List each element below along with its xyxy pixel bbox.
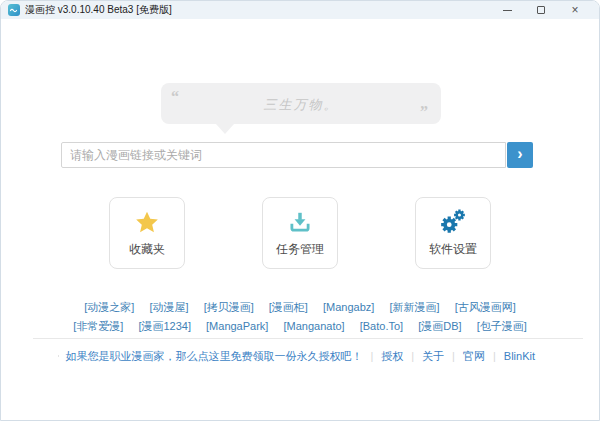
site-link-manhuadb[interactable]: [漫画DB] — [418, 319, 461, 334]
app-logo-icon[interactable] — [8, 4, 20, 16]
close-quote-icon: ” — [420, 104, 428, 120]
footer-divider — [33, 338, 583, 339]
favorites-label: 收藏夹 — [129, 241, 165, 258]
footer-bar: 如果您是职业漫画家，那么点这里免费领取一份永久授权吧！ | 授权 | 关于 | … — [58, 347, 535, 365]
search-go-button[interactable]: › — [507, 142, 533, 168]
site-link-manhua1234[interactable]: [漫画1234] — [138, 319, 191, 334]
site-link-xinxin[interactable]: [新新漫画] — [389, 300, 439, 315]
quote-bubble: “ 三生万物。 ” — [161, 83, 441, 124]
site-link-mangabz[interactable]: [Mangabz] — [323, 301, 374, 313]
site-link-mangapark[interactable]: [MangaPark] — [206, 320, 268, 332]
minimize-button[interactable] — [490, 2, 524, 18]
star-icon — [134, 202, 160, 241]
site-link-feichangaiman[interactable]: [非常爱漫] — [73, 319, 123, 334]
maximize-button[interactable] — [524, 2, 558, 18]
settings-card[interactable]: 软件设置 — [415, 197, 491, 269]
download-tray-icon — [287, 202, 313, 241]
close-button[interactable]: × — [558, 2, 592, 18]
site-link-baozimanhua[interactable]: [包子漫画] — [477, 319, 527, 334]
footer-separator: | — [452, 350, 455, 362]
footer-separator: | — [493, 350, 496, 362]
open-quote-icon: “ — [171, 89, 179, 105]
site-link-dmw[interactable]: [动漫屋] — [149, 300, 188, 315]
window-title: 漫画控 v3.0.10.40 Beta3 [免费版] — [25, 3, 172, 17]
site-link-manhuagui[interactable]: [漫画柜] — [269, 300, 308, 315]
site-link-dmzj[interactable]: [动漫之家] — [84, 300, 134, 315]
search-bar: › — [61, 142, 533, 168]
window-controls: × — [490, 2, 592, 18]
site-link-batoto[interactable]: [Bato.To] — [360, 320, 403, 332]
titlebar[interactable]: 漫画控 v3.0.10.40 Beta3 [免费版] × — [1, 1, 599, 19]
footer-separator: | — [411, 350, 414, 362]
site-link-gufeng[interactable]: [古风漫画网] — [455, 300, 516, 315]
maximize-icon — [537, 6, 545, 14]
manga-wave-icon — [9, 5, 19, 15]
quote-bubble-tail — [216, 124, 234, 134]
chevron-right-icon: › — [517, 146, 522, 162]
license-notice-link[interactable]: 如果您是职业漫画家，那么点这里免费领取一份永久授权吧！ — [65, 349, 362, 364]
gears-icon — [439, 202, 467, 241]
quote-text: 三生万物。 — [161, 83, 441, 114]
footer-link-about[interactable]: 关于 — [422, 349, 444, 364]
speaker-icon — [58, 350, 59, 362]
search-input[interactable] — [61, 142, 506, 168]
task-manager-card[interactable]: 任务管理 — [262, 197, 338, 269]
close-icon: × — [571, 4, 578, 16]
app-window: 漫画控 v3.0.10.40 Beta3 [免费版] × “ 三生万物。 ” › — [0, 0, 600, 421]
task-manager-label: 任务管理 — [276, 241, 324, 258]
site-link-copymanga[interactable]: [拷贝漫画] — [204, 300, 254, 315]
footer-link-license[interactable]: 授权 — [381, 349, 403, 364]
footer-links: | 授权 | 关于 | 官网 | BlinKit — [362, 349, 535, 364]
minimize-icon — [503, 10, 512, 11]
site-link-manganato[interactable]: [Manganato] — [283, 320, 344, 332]
settings-label: 软件设置 — [429, 241, 477, 258]
action-cards: 收藏夹 任务管理 — [1, 197, 599, 269]
site-links-row-1: [动漫之家] [动漫屋] [拷贝漫画] [漫画柜] [Mangabz] [新新漫… — [1, 300, 599, 315]
footer-link-blinkit[interactable]: BlinKit — [504, 350, 535, 362]
footer-separator: | — [370, 350, 373, 362]
site-links-row-2: [非常爱漫] [漫画1234] [MangaPark] [Manganato] … — [1, 319, 599, 334]
favorites-card[interactable]: 收藏夹 — [109, 197, 185, 269]
footer-link-website[interactable]: 官网 — [463, 349, 485, 364]
